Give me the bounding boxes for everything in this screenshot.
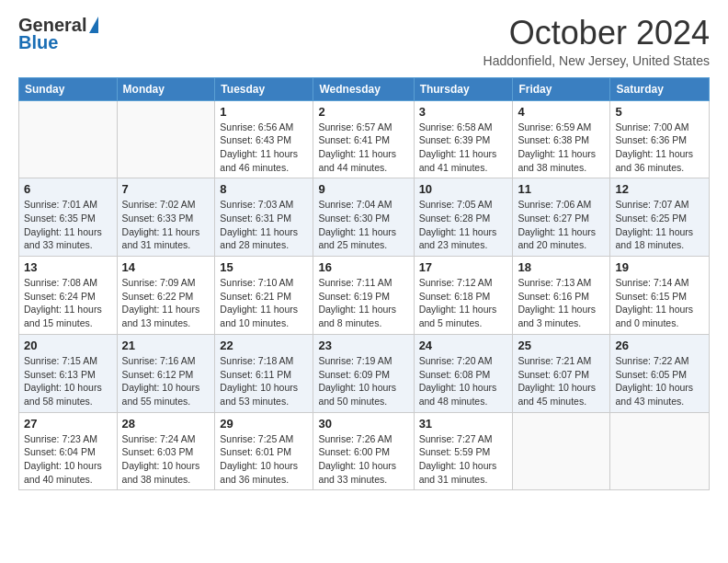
- day-number: 11: [518, 182, 605, 196]
- day-info: Sunrise: 7:21 AMSunset: 6:07 PMDaylight:…: [518, 354, 605, 408]
- day-number: 30: [318, 417, 408, 431]
- logo: General Blue: [18, 15, 98, 53]
- month-year: October 2024: [483, 15, 710, 52]
- calendar-cell: 8Sunrise: 7:03 AMSunset: 6:31 PMDaylight…: [215, 178, 313, 257]
- calendar-cell: 2Sunrise: 6:57 AMSunset: 6:41 PMDaylight…: [313, 100, 414, 178]
- calendar-cell: 7Sunrise: 7:02 AMSunset: 6:33 PMDaylight…: [117, 178, 215, 257]
- day-number: 27: [24, 417, 112, 431]
- calendar-cell: 12Sunrise: 7:07 AMSunset: 6:25 PMDayligh…: [610, 178, 710, 257]
- calendar-cell: 19Sunrise: 7:14 AMSunset: 6:15 PMDayligh…: [610, 257, 710, 335]
- day-info: Sunrise: 7:18 AMSunset: 6:11 PMDaylight:…: [220, 354, 308, 408]
- day-number: 31: [419, 417, 508, 431]
- day-info: Sunrise: 6:59 AMSunset: 6:38 PMDaylight:…: [518, 121, 605, 175]
- day-info: Sunrise: 7:25 AMSunset: 6:01 PMDaylight:…: [220, 432, 308, 487]
- day-number: 20: [24, 339, 112, 352]
- day-info: Sunrise: 7:12 AMSunset: 6:18 PMDaylight:…: [419, 276, 508, 330]
- day-info: Sunrise: 7:24 AMSunset: 6:03 PMDaylight:…: [122, 432, 210, 487]
- calendar-week-3: 13Sunrise: 7:08 AMSunset: 6:24 PMDayligh…: [19, 257, 710, 335]
- day-number: 25: [518, 339, 605, 352]
- calendar-cell: 26Sunrise: 7:22 AMSunset: 6:05 PMDayligh…: [610, 334, 710, 412]
- calendar-cell: 29Sunrise: 7:25 AMSunset: 6:01 PMDayligh…: [215, 412, 313, 490]
- calendar-cell: 24Sunrise: 7:20 AMSunset: 6:08 PMDayligh…: [414, 334, 513, 412]
- calendar-cell: 14Sunrise: 7:09 AMSunset: 6:22 PMDayligh…: [117, 257, 215, 335]
- calendar-cell: [610, 412, 710, 490]
- header-row: Sunday Monday Tuesday Wednesday Thursday…: [19, 77, 710, 100]
- day-info: Sunrise: 7:04 AMSunset: 6:30 PMDaylight:…: [318, 198, 408, 252]
- day-info: Sunrise: 7:09 AMSunset: 6:22 PMDaylight:…: [122, 276, 210, 330]
- calendar-cell: 18Sunrise: 7:13 AMSunset: 6:16 PMDayligh…: [513, 257, 610, 335]
- day-number: 19: [615, 260, 704, 274]
- day-info: Sunrise: 7:27 AMSunset: 5:59 PMDaylight:…: [419, 432, 508, 487]
- day-number: 2: [318, 105, 408, 119]
- calendar-cell: 4Sunrise: 6:59 AMSunset: 6:38 PMDaylight…: [513, 100, 610, 178]
- day-number: 15: [220, 260, 308, 274]
- day-number: 5: [615, 105, 704, 119]
- calendar-cell: 23Sunrise: 7:19 AMSunset: 6:09 PMDayligh…: [313, 334, 414, 412]
- title-block: October 2024 Haddonfield, New Jersey, Un…: [483, 15, 710, 68]
- col-saturday: Saturday: [610, 77, 710, 100]
- calendar-cell: 5Sunrise: 7:00 AMSunset: 6:36 PMDaylight…: [610, 100, 710, 178]
- day-info: Sunrise: 7:02 AMSunset: 6:33 PMDaylight:…: [122, 198, 210, 252]
- day-number: 9: [318, 182, 408, 196]
- day-info: Sunrise: 7:13 AMSunset: 6:16 PMDaylight:…: [518, 276, 605, 330]
- day-number: 17: [419, 260, 508, 274]
- calendar-cell: 31Sunrise: 7:27 AMSunset: 5:59 PMDayligh…: [414, 412, 513, 490]
- day-number: 24: [419, 339, 508, 352]
- day-number: 13: [24, 260, 112, 274]
- location: Haddonfield, New Jersey, United States: [483, 53, 710, 68]
- calendar-week-1: 1Sunrise: 6:56 AMSunset: 6:43 PMDaylight…: [19, 100, 710, 178]
- day-number: 16: [318, 260, 408, 274]
- day-info: Sunrise: 7:06 AMSunset: 6:27 PMDaylight:…: [518, 198, 605, 252]
- day-info: Sunrise: 7:01 AMSunset: 6:35 PMDaylight:…: [24, 198, 112, 252]
- calendar-cell: [117, 100, 215, 178]
- day-number: 29: [220, 417, 308, 431]
- day-number: 28: [122, 417, 210, 431]
- day-info: Sunrise: 7:23 AMSunset: 6:04 PMDaylight:…: [24, 432, 112, 487]
- calendar-cell: 1Sunrise: 6:56 AMSunset: 6:43 PMDaylight…: [215, 100, 313, 178]
- day-number: 6: [24, 182, 112, 196]
- calendar-cell: 27Sunrise: 7:23 AMSunset: 6:04 PMDayligh…: [19, 412, 118, 490]
- calendar-cell: 3Sunrise: 6:58 AMSunset: 6:39 PMDaylight…: [414, 100, 513, 178]
- calendar-cell: 13Sunrise: 7:08 AMSunset: 6:24 PMDayligh…: [19, 257, 118, 335]
- day-number: 12: [615, 182, 704, 196]
- col-monday: Monday: [117, 77, 215, 100]
- calendar-cell: 21Sunrise: 7:16 AMSunset: 6:12 PMDayligh…: [117, 334, 215, 412]
- day-info: Sunrise: 7:03 AMSunset: 6:31 PMDaylight:…: [220, 198, 308, 252]
- day-info: Sunrise: 6:56 AMSunset: 6:43 PMDaylight:…: [220, 121, 308, 175]
- calendar-week-4: 20Sunrise: 7:15 AMSunset: 6:13 PMDayligh…: [19, 334, 710, 412]
- day-number: 4: [518, 105, 605, 119]
- calendar-cell: 15Sunrise: 7:10 AMSunset: 6:21 PMDayligh…: [215, 257, 313, 335]
- calendar-cell: 16Sunrise: 7:11 AMSunset: 6:19 PMDayligh…: [313, 257, 414, 335]
- col-friday: Friday: [513, 77, 610, 100]
- day-info: Sunrise: 7:22 AMSunset: 6:05 PMDaylight:…: [615, 354, 704, 408]
- day-info: Sunrise: 7:19 AMSunset: 6:09 PMDaylight:…: [318, 354, 408, 408]
- calendar-cell: [19, 100, 118, 178]
- day-number: 14: [122, 260, 210, 274]
- day-info: Sunrise: 7:07 AMSunset: 6:25 PMDaylight:…: [615, 198, 704, 252]
- day-info: Sunrise: 7:10 AMSunset: 6:21 PMDaylight:…: [220, 276, 308, 330]
- calendar-cell: 17Sunrise: 7:12 AMSunset: 6:18 PMDayligh…: [414, 257, 513, 335]
- day-number: 23: [318, 339, 408, 352]
- day-info: Sunrise: 7:26 AMSunset: 6:00 PMDaylight:…: [318, 432, 408, 487]
- day-info: Sunrise: 7:05 AMSunset: 6:28 PMDaylight:…: [419, 198, 508, 252]
- page: General Blue October 2024 Haddonfield, N…: [0, 0, 728, 505]
- calendar-cell: 9Sunrise: 7:04 AMSunset: 6:30 PMDaylight…: [313, 178, 414, 257]
- day-number: 21: [122, 339, 210, 352]
- col-thursday: Thursday: [414, 77, 513, 100]
- day-info: Sunrise: 7:14 AMSunset: 6:15 PMDaylight:…: [615, 276, 704, 330]
- calendar-cell: 11Sunrise: 7:06 AMSunset: 6:27 PMDayligh…: [513, 178, 610, 257]
- col-sunday: Sunday: [19, 77, 118, 100]
- day-number: 3: [419, 105, 508, 119]
- day-info: Sunrise: 7:20 AMSunset: 6:08 PMDaylight:…: [419, 354, 508, 408]
- calendar-cell: 20Sunrise: 7:15 AMSunset: 6:13 PMDayligh…: [19, 334, 118, 412]
- calendar-week-2: 6Sunrise: 7:01 AMSunset: 6:35 PMDaylight…: [19, 178, 710, 257]
- day-info: Sunrise: 7:16 AMSunset: 6:12 PMDaylight:…: [122, 354, 210, 408]
- calendar-cell: 22Sunrise: 7:18 AMSunset: 6:11 PMDayligh…: [215, 334, 313, 412]
- logo-blue: Blue: [18, 32, 58, 53]
- day-info: Sunrise: 7:11 AMSunset: 6:19 PMDaylight:…: [318, 276, 408, 330]
- day-number: 10: [419, 182, 508, 196]
- calendar-cell: 6Sunrise: 7:01 AMSunset: 6:35 PMDaylight…: [19, 178, 118, 257]
- day-info: Sunrise: 6:58 AMSunset: 6:39 PMDaylight:…: [419, 121, 508, 175]
- calendar-cell: 28Sunrise: 7:24 AMSunset: 6:03 PMDayligh…: [117, 412, 215, 490]
- header: General Blue October 2024 Haddonfield, N…: [18, 15, 710, 68]
